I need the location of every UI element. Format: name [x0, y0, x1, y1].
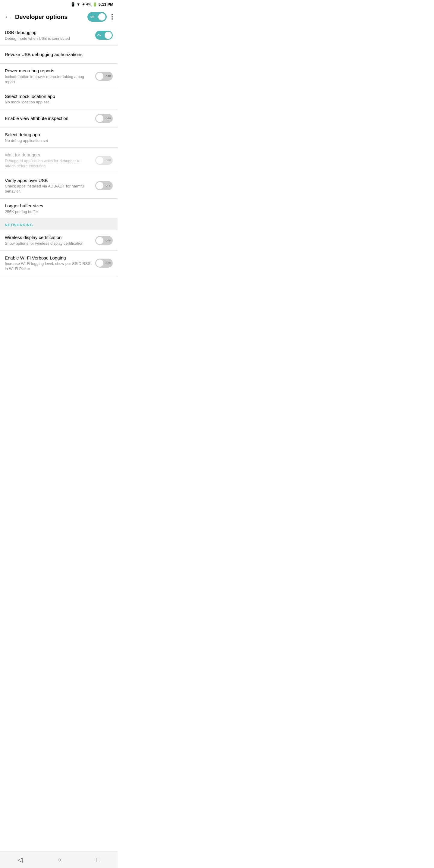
- page-content: USB debugging Debug mode when USB is con…: [0, 25, 118, 293]
- settings-item-usb-debugging[interactable]: USB debugging Debug mode when USB is con…: [0, 25, 118, 45]
- recents-nav-icon: □: [96, 856, 100, 864]
- nav-bar: ◁ ○ □: [0, 851, 118, 868]
- settings-item-wifi-verbose[interactable]: Enable Wi-Fi Verbose Logging Increase Wi…: [0, 251, 118, 276]
- status-icons: 📳 ▼ ✈ 4% 🔋 5:13 PM: [70, 2, 113, 7]
- toggle-knob: [96, 237, 103, 244]
- toggle-on-label: ON: [90, 16, 95, 19]
- verify-usb-toggle[interactable]: OFF: [95, 181, 113, 190]
- settings-item-debug-app[interactable]: Select debug app No debug application se…: [0, 127, 118, 148]
- toggle-knob: [96, 73, 103, 80]
- power-menu-bug-content: Power menu bug reports Include option in…: [5, 68, 95, 84]
- verify-usb-content: Verify apps over USB Check apps installe…: [5, 178, 95, 194]
- toggle-knob: [96, 157, 103, 164]
- networking-section-header: NETWORKING: [0, 219, 118, 230]
- toggle-knob: [96, 115, 103, 122]
- battery-icon: 🔋: [93, 2, 97, 7]
- home-nav-button[interactable]: ○: [54, 853, 64, 867]
- more-options-button[interactable]: [109, 12, 115, 22]
- settings-item-wait-debugger: Wait for debugger Debugged application w…: [0, 148, 118, 173]
- verify-usb-subtitle: Check apps installed via ADB/ADT for har…: [5, 184, 92, 194]
- wireless-display-content: Wireless display certification Show opti…: [5, 235, 95, 246]
- wait-debugger-title: Wait for debugger: [5, 152, 92, 158]
- usb-debugging-title: USB debugging: [5, 30, 92, 36]
- logger-buffer-subtitle: 256K per log buffer: [5, 210, 109, 215]
- back-button[interactable]: ←: [2, 10, 14, 23]
- debug-app-content: Select debug app No debug application se…: [5, 132, 113, 143]
- off-label: OFF: [105, 117, 111, 120]
- debug-app-title: Select debug app: [5, 132, 109, 138]
- usb-debugging-subtitle: Debug mode when USB is connected: [5, 36, 92, 41]
- toggle-knob: [96, 259, 103, 267]
- view-attribute-toggle[interactable]: OFF: [95, 114, 113, 123]
- verify-usb-title: Verify apps over USB: [5, 178, 92, 184]
- off-label: OFF: [105, 159, 111, 162]
- wifi-verbose-title: Enable Wi-Fi Verbose Logging: [5, 255, 92, 261]
- off-label: OFF: [105, 184, 111, 187]
- back-nav-button[interactable]: ◁: [14, 853, 26, 867]
- logger-buffer-content: Logger buffer sizes 256K per log buffer: [5, 203, 113, 214]
- wireless-display-title: Wireless display certification: [5, 235, 92, 241]
- wait-debugger-toggle: OFF: [95, 156, 113, 165]
- dot2: [112, 16, 113, 18]
- mock-location-title: Select mock location app: [5, 93, 109, 99]
- back-nav-icon: ◁: [18, 856, 23, 864]
- off-label: OFF: [105, 239, 111, 242]
- revoke-usb-content: Revoke USB debugging authorizations: [5, 52, 113, 58]
- app-bar: ← Developer options ON: [0, 8, 118, 25]
- settings-list: USB debugging Debug mode when USB is con…: [0, 25, 118, 276]
- page-title: Developer options: [15, 13, 87, 21]
- wifi-icon: ▼: [76, 2, 81, 7]
- battery-percent: 4%: [86, 2, 91, 6]
- logger-buffer-title: Logger buffer sizes: [5, 203, 109, 209]
- view-attribute-title: Enable view attribute inspection: [5, 116, 92, 121]
- off-label: OFF: [105, 261, 111, 265]
- wifi-verbose-toggle[interactable]: OFF: [95, 258, 113, 268]
- wait-debugger-subtitle: Debugged application waits for debugger …: [5, 158, 92, 169]
- debug-app-subtitle: No debug application set: [5, 138, 109, 144]
- settings-item-power-menu-bug[interactable]: Power menu bug reports Include option in…: [0, 64, 118, 89]
- settings-item-verify-usb[interactable]: Verify apps over USB Check apps installe…: [0, 173, 118, 198]
- mock-location-content: Select mock location app No mock locatio…: [5, 93, 113, 105]
- revoke-usb-title: Revoke USB debugging authorizations: [5, 52, 109, 58]
- wait-debugger-content: Wait for debugger Debugged application w…: [5, 152, 95, 168]
- off-label: OFF: [105, 75, 111, 78]
- developer-options-toggle[interactable]: ON: [87, 12, 107, 22]
- view-attribute-content: Enable view attribute inspection: [5, 116, 95, 121]
- power-menu-bug-subtitle: Include option in power menu for taking …: [5, 74, 92, 85]
- wireless-display-toggle[interactable]: OFF: [95, 236, 113, 245]
- networking-label: NETWORKING: [5, 223, 113, 227]
- airplane-icon: ✈: [82, 2, 85, 7]
- status-time: 5:13 PM: [98, 2, 113, 7]
- settings-item-mock-location[interactable]: Select mock location app No mock locatio…: [0, 89, 118, 110]
- usb-debugging-content: USB debugging Debug mode when USB is con…: [5, 30, 95, 41]
- recents-nav-button[interactable]: □: [93, 853, 103, 867]
- settings-item-revoke-usb[interactable]: Revoke USB debugging authorizations: [0, 45, 118, 64]
- dot1: [112, 14, 113, 16]
- wifi-verbose-content: Enable Wi-Fi Verbose Logging Increase Wi…: [5, 255, 95, 272]
- settings-item-wireless-display[interactable]: Wireless display certification Show opti…: [0, 230, 118, 250]
- home-nav-icon: ○: [57, 856, 61, 864]
- toggle-knob: [104, 32, 112, 39]
- wireless-display-subtitle: Show options for wireless display certif…: [5, 241, 92, 246]
- wifi-verbose-subtitle: Increase Wi-Fi logging level, show per S…: [5, 261, 92, 272]
- vibrate-icon: 📳: [70, 2, 75, 7]
- power-menu-bug-title: Power menu bug reports: [5, 68, 92, 74]
- status-bar: 📳 ▼ ✈ 4% 🔋 5:13 PM: [0, 0, 118, 8]
- settings-item-view-attribute[interactable]: Enable view attribute inspection OFF: [0, 110, 118, 127]
- toggle-knob: [96, 182, 103, 189]
- toggle-knob: [98, 13, 105, 21]
- mock-location-subtitle: No mock location app set: [5, 100, 109, 105]
- dot3: [112, 19, 113, 20]
- usb-debugging-toggle[interactable]: ON: [95, 31, 113, 40]
- settings-item-logger-buffer[interactable]: Logger buffer sizes 256K per log buffer: [0, 198, 118, 219]
- power-menu-bug-toggle[interactable]: OFF: [95, 72, 113, 81]
- on-label: ON: [97, 34, 101, 37]
